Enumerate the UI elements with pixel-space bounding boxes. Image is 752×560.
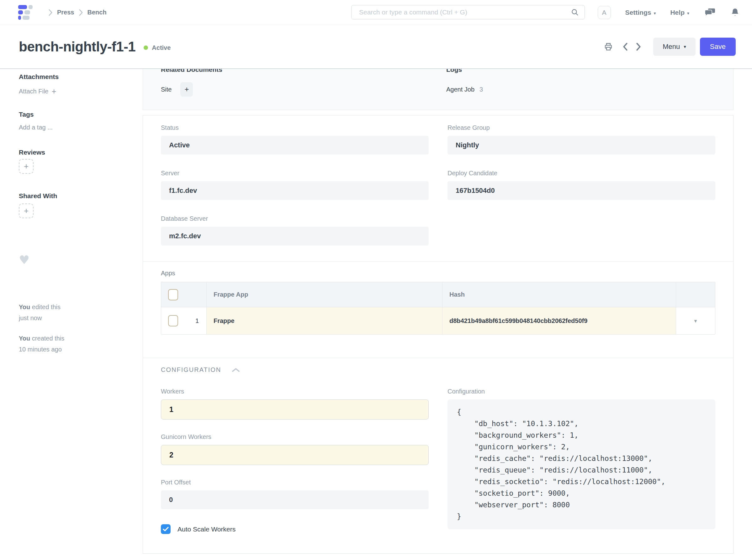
release-group-field: Release Group Nightly [448, 124, 715, 155]
status-badge: Active [152, 44, 171, 52]
app-cell[interactable]: Frappe [207, 307, 442, 334]
configuration-section: CONFIGURATION Workers 1 Gunicorn Workers… [143, 358, 733, 554]
chevron-down-icon: ▾ [654, 11, 656, 16]
print-icon[interactable] [602, 40, 615, 53]
configuration-json-code: { "db_host": "10.1.3.102", "background_w… [457, 406, 706, 522]
release-group-input[interactable]: Nightly [448, 136, 715, 155]
server-label: Server [161, 169, 429, 177]
status-label: Status [161, 124, 429, 132]
hash-cell[interactable]: d8b421b49a8bf61c599b048140cbb2062fed50f9 [442, 307, 676, 334]
form-dashboard: Related Documents Site + Logs Agent Job … [143, 69, 733, 110]
gunicorn-workers-input[interactable]: 2 [161, 445, 429, 465]
workers-label: Workers [161, 388, 429, 395]
table-row: 1 Frappe d8b421b49a8bf61c599b048140cbb20… [161, 307, 715, 334]
apps-section: Apps Frappe App Hash 1 Frappe [143, 261, 733, 358]
status-indicator-dot [144, 45, 148, 50]
deploy-candidate-input[interactable]: 167b1504d0 [448, 181, 715, 200]
details-section: Status Active Release Group Nightly Serv… [143, 115, 733, 261]
global-search [351, 5, 585, 19]
release-group-label: Release Group [448, 124, 715, 132]
avatar[interactable]: A [598, 6, 611, 19]
deploy-candidate-field: Deploy Candidate 167b1504d0 [448, 169, 715, 200]
breadcrumb-bench[interactable]: Bench [87, 9, 106, 16]
attachments-heading: Attachments [19, 73, 133, 81]
shared-with-heading: Shared With [19, 192, 133, 200]
auto-scale-checkbox[interactable] [161, 524, 171, 534]
notifications-bell-icon[interactable] [731, 8, 739, 17]
configuration-left-column: Workers 1 Gunicorn Workers 2 Port Offset… [161, 388, 429, 534]
configuration-right-column: Configuration { "db_host": "10.1.3.102",… [448, 388, 715, 534]
configuration-preview-label: Configuration [448, 388, 715, 395]
port-offset-label: Port Offset [161, 479, 429, 486]
row-index: 1 [195, 317, 199, 324]
breadcrumb-press[interactable]: Press [57, 9, 74, 16]
database-server-field: Database Server m2.fc.dev [161, 215, 429, 245]
apps-table-header: Frappe App Hash [161, 282, 715, 307]
plus-icon: + [24, 161, 28, 171]
reviews-heading: Reviews [19, 148, 133, 157]
apps-table: Frappe App Hash 1 Frappe d8b421b49a8bf61… [161, 282, 715, 335]
select-all-checkbox[interactable] [168, 289, 178, 300]
configuration-section-title: CONFIGURATION [161, 366, 221, 374]
help-dropdown[interactable]: Help▾ [670, 9, 689, 16]
form-main: Related Documents Site + Logs Agent Job … [143, 69, 733, 554]
plus-icon: + [52, 86, 56, 96]
related-documents-block: Related Documents Site + [161, 69, 446, 110]
app-logo-icon[interactable] [18, 5, 33, 20]
like-heart-icon[interactable]: ♥ [19, 255, 133, 265]
port-offset-input[interactable]: 0 [161, 491, 429, 509]
page-head: bench-nightly-f1-1 Active Menu▾ Save [0, 25, 752, 69]
chevron-down-icon: ▾ [684, 44, 686, 49]
auto-scale-label[interactable]: Auto Scale Workers [178, 525, 236, 533]
status-field: Status Active [161, 124, 429, 155]
chevron-up-icon [232, 368, 240, 372]
auto-scale-workers-row[interactable]: Auto Scale Workers [161, 524, 429, 534]
activity-edited: You edited this just now [19, 302, 133, 324]
add-review-button[interactable]: + [19, 159, 34, 174]
tags-heading: Tags [19, 111, 133, 119]
related-documents-heading: Related Documents [161, 69, 446, 73]
logs-heading: Logs [446, 69, 732, 73]
search-icon[interactable] [571, 8, 579, 16]
breadcrumb-chevron-icon [79, 9, 83, 16]
database-server-input[interactable]: m2.fc.dev [161, 227, 429, 245]
column-header-hash: Hash [442, 282, 676, 307]
row-checkbox[interactable] [168, 315, 178, 326]
row-dropdown-icon[interactable]: ▼ [693, 318, 698, 324]
search-input[interactable] [352, 8, 571, 16]
activity-created: You created this 10 minutes ago [19, 333, 133, 355]
attach-file-button[interactable]: Attach File+ [19, 87, 133, 95]
column-header-frappe-app: Frappe App [207, 282, 442, 307]
configuration-section-toggle[interactable]: CONFIGURATION [161, 366, 715, 374]
workers-input[interactable]: 1 [161, 399, 429, 420]
site-link[interactable]: Site [161, 86, 172, 93]
server-field: Server f1.fc.dev [161, 169, 429, 200]
deploy-candidate-label: Deploy Candidate [448, 169, 715, 177]
database-server-label: Database Server [161, 215, 429, 222]
breadcrumb-chevron-icon [48, 9, 53, 16]
server-input[interactable]: f1.fc.dev [161, 181, 429, 200]
settings-dropdown[interactable]: Settings▾ [625, 9, 656, 16]
logs-block: Logs Agent Job 3 [446, 69, 732, 110]
agent-job-count: 3 [479, 86, 483, 93]
form-card: Status Active Release Group Nightly Serv… [143, 115, 733, 554]
page-title: bench-nightly-f1-1 [19, 39, 136, 55]
prev-document-button[interactable] [620, 40, 631, 53]
gunicorn-workers-label: Gunicorn Workers [161, 433, 429, 441]
form-sidebar: Attachments Attach File+ Tags Add a tag … [0, 69, 143, 355]
status-input[interactable]: Active [161, 136, 429, 155]
plus-icon: + [184, 85, 189, 94]
chat-icon[interactable] [704, 8, 716, 17]
add-site-button[interactable]: + [180, 82, 193, 97]
plus-icon: + [24, 206, 28, 216]
next-document-button[interactable] [633, 40, 644, 53]
add-tag-input[interactable]: Add a tag ... [19, 123, 133, 132]
menu-button[interactable]: Menu▾ [653, 38, 696, 56]
save-button[interactable]: Save [700, 38, 736, 56]
avatar-letter: A [602, 9, 607, 16]
chevron-down-icon: ▾ [687, 11, 689, 16]
top-navbar: Press Bench A Settings▾ Help▾ [0, 0, 752, 25]
add-share-button[interactable]: + [19, 203, 34, 218]
agent-job-link[interactable]: Agent Job [446, 86, 474, 93]
apps-label: Apps [161, 269, 715, 277]
